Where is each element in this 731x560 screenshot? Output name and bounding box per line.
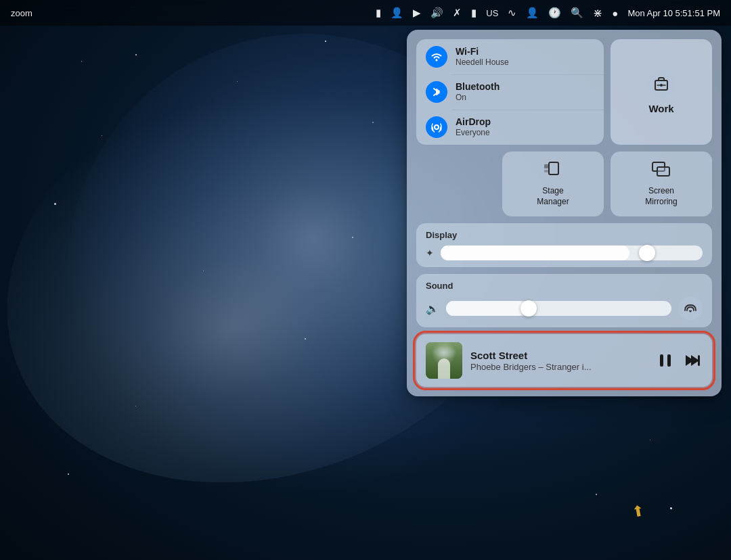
menubar-right: ▮ 👤 ▶ 🔊 ✗ ▮ US ∿ 👤 🕐 🔍 ⋇ ● Mon Apr 10 5:… — [376, 6, 720, 20]
now-playing-section: Scott Street Phoebe Bridgers – Stranger … — [416, 334, 712, 387]
svg-rect-8 — [657, 167, 669, 176]
volume-row: 🔈 — [426, 296, 703, 321]
menubar: zoom ▮ 👤 ▶ 🔊 ✗ ▮ US ∿ 👤 🕐 🔍 ⋇ ● Mon Apr … — [0, 0, 731, 26]
screen-mirroring-icon — [652, 161, 671, 182]
brightness-icon: ✦ — [426, 248, 434, 258]
bluetooth-label: Bluetooth — [456, 81, 500, 93]
stage-manager-label: Stage Manager — [537, 186, 569, 207]
wifi-text: Wi-Fi Needell House — [456, 46, 509, 67]
focus-icon[interactable]: ▮ — [376, 7, 381, 19]
track-info: Scott Street Phoebe Bridgers – Stranger … — [470, 349, 647, 373]
airdrop-text: AirDrop Everyone — [456, 116, 491, 137]
sound-label: Sound — [426, 281, 703, 291]
bluetooth-icon — [426, 81, 447, 103]
id-card-icon[interactable]: 👤 — [391, 7, 403, 19]
svg-rect-5 — [544, 164, 548, 168]
bluetooth-item[interactable]: Bluetooth On — [416, 74, 604, 110]
airdrop-sublabel: Everyone — [456, 128, 491, 137]
search-menu-icon[interactable]: 🔍 — [571, 7, 583, 19]
wifi-item[interactable]: Wi-Fi Needell House — [416, 39, 604, 74]
bluetooth-sublabel: On — [456, 93, 500, 102]
menubar-left: zoom — [11, 8, 32, 18]
volume-icon[interactable]: 🔊 — [430, 7, 443, 19]
svg-rect-11 — [698, 355, 700, 366]
volume-slider[interactable] — [446, 301, 671, 316]
control-center-icon[interactable]: ⋇ — [593, 6, 602, 20]
user-menu-icon[interactable]: 👤 — [526, 7, 539, 19]
volume-slider-icon: 🔈 — [426, 302, 439, 315]
app-name[interactable]: zoom — [11, 8, 32, 18]
svg-rect-4 — [549, 162, 558, 174]
media-icon[interactable]: ▶ — [413, 7, 421, 19]
control-center-panel: Wi-Fi Needell House Bluetooth On — [407, 30, 722, 396]
svg-rect-9 — [660, 354, 663, 367]
airdrop-item[interactable]: AirDrop Everyone — [416, 110, 604, 145]
screen-mirroring-label: Screen Mirroring — [645, 186, 677, 207]
wifi-icon — [426, 46, 447, 68]
track-artist: Phoebe Bridgers – Stranger i... — [470, 362, 647, 372]
work-label: Work — [648, 103, 673, 114]
playback-controls — [655, 350, 703, 371]
track-title: Scott Street — [470, 349, 647, 363]
control-center-top-row: Wi-Fi Needell House Bluetooth On — [416, 39, 712, 145]
brightness-row: ✦ — [426, 246, 703, 260]
bluetooth-text: Bluetooth On — [456, 81, 500, 102]
wifi-sublabel: Needell House — [456, 57, 509, 67]
airplay-button[interactable] — [678, 296, 703, 321]
connectivity-block: Wi-Fi Needell House Bluetooth On — [416, 39, 604, 145]
display-label: Display — [426, 230, 703, 240]
work-icon — [648, 70, 675, 97]
stage-manager-button[interactable]: Stage Manager — [502, 151, 604, 216]
stage-manager-icon — [544, 161, 562, 182]
airdrop-icon — [426, 116, 447, 138]
wifi-label: Wi-Fi — [456, 46, 509, 57]
album-art — [426, 342, 462, 379]
history-icon[interactable]: 🕐 — [548, 7, 561, 19]
brightness-slider[interactable] — [441, 246, 703, 260]
pause-button[interactable] — [655, 350, 675, 371]
keyboard-layout[interactable]: US — [486, 8, 498, 18]
menubar-time: Mon Apr 10 5:51:51 PM — [627, 8, 720, 18]
svg-point-1 — [435, 125, 439, 129]
screen-mirroring-button[interactable]: Screen Mirroring — [611, 151, 712, 216]
bluetooth-menu-icon[interactable]: ✗ — [453, 7, 462, 19]
utility-buttons-row: Stage Manager Screen Mirroring — [416, 151, 712, 216]
svg-point-0 — [436, 60, 438, 62]
work-button[interactable]: Work — [611, 39, 712, 145]
airdrop-label: AirDrop — [456, 116, 491, 128]
wifi-menu-icon[interactable]: ∿ — [508, 7, 516, 19]
sound-section: Sound 🔈 — [416, 274, 712, 327]
siri-icon[interactable]: ● — [612, 7, 618, 19]
svg-rect-6 — [544, 170, 548, 172]
battery-icon[interactable]: ▮ — [471, 7, 477, 19]
display-section: Display ✦ — [416, 223, 712, 267]
svg-rect-10 — [667, 354, 671, 367]
skip-forward-button[interactable] — [682, 350, 703, 371]
